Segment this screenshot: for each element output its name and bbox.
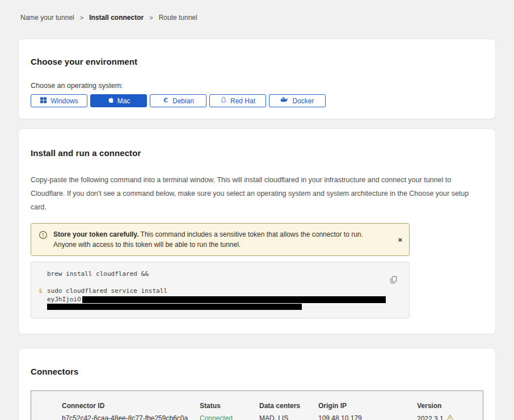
os-button-label: Mac	[117, 97, 130, 105]
shell-prompt: $	[39, 287, 43, 295]
os-button-debian[interactable]: Debian	[150, 94, 207, 107]
warning-title: Store your token carefully.	[53, 230, 139, 238]
install-card-title: Install and run a connector	[31, 148, 483, 158]
install-connector-card: Install and run a connector Copy-paste t…	[18, 128, 496, 334]
alert-circle-icon	[39, 230, 48, 242]
os-select-label: Choose an operating system:	[31, 82, 483, 90]
copy-icon[interactable]	[390, 276, 397, 285]
breadcrumb-step-name-tunnel[interactable]: Name your tunnel	[20, 14, 74, 22]
penguin-icon	[220, 96, 227, 106]
connectors-card-title: Connectors	[31, 367, 483, 376]
column-header-status: Status	[200, 402, 259, 410]
breadcrumb-step-route-tunnel[interactable]: Route tunnel	[159, 14, 197, 22]
code-line-sudo: sudo cloudflared service install	[47, 287, 386, 295]
token-warning-banner: Store your token carefully. This command…	[31, 223, 410, 256]
os-button-label: Windows	[50, 97, 78, 105]
version-number: 2022.3.1	[417, 415, 444, 420]
os-button-label: Docker	[292, 97, 314, 105]
status-badge: Connected	[200, 414, 259, 420]
os-button-windows[interactable]: Windows	[31, 94, 87, 107]
data-centers-value: MAD, LIS	[259, 414, 318, 420]
breadcrumb-separator: >	[149, 14, 153, 21]
apple-icon	[107, 96, 114, 106]
os-button-group: Windows Mac Debian Red Hat	[31, 94, 483, 107]
redacted-token-bar	[47, 304, 302, 310]
code-line-token: eyJhIjoiO	[47, 295, 386, 304]
install-command-code-block[interactable]: brew install cloudflared && $ sudo cloud…	[31, 262, 410, 318]
origin-ip-value: 109.48.10.179	[318, 414, 417, 420]
column-header-data-centers: Data centers	[259, 402, 318, 410]
breadcrumb-separator: >	[80, 14, 83, 21]
warning-triangle-icon[interactable]	[446, 414, 454, 420]
token-prefix: eyJhIjoiO	[47, 296, 81, 303]
breadcrumb: Name your tunnel > Install connector > R…	[0, 0, 514, 22]
close-icon[interactable]: ×	[398, 236, 402, 243]
debian-swirl-icon	[162, 96, 169, 106]
code-line-brew: brew install cloudflared &&	[47, 270, 386, 278]
os-button-label: Red Hat	[230, 97, 255, 105]
warning-text: Store your token carefully. This command…	[53, 229, 402, 250]
column-header-origin-ip: Origin IP	[318, 402, 417, 410]
connector-id-value: b7c52c42-6caa-48ee-8c77-fbe259cb6c0a	[62, 414, 200, 420]
version-value: 2022.3.1	[417, 414, 483, 420]
breadcrumb-step-install-connector[interactable]: Install connector	[89, 14, 144, 22]
column-header-version: Version	[417, 402, 483, 410]
os-button-mac[interactable]: Mac	[90, 94, 147, 107]
connectors-table: Connector ID Status Data centers Origin …	[31, 390, 483, 420]
os-button-docker[interactable]: Docker	[269, 94, 326, 107]
connectors-card: Connectors Connector ID Status Data cent…	[18, 348, 496, 420]
environment-card-title: Choose your environment	[31, 57, 483, 66]
docker-whale-icon	[280, 96, 289, 105]
windows-icon	[40, 96, 47, 106]
tunnel-setup-page: Name your tunnel > Install connector > R…	[0, 0, 514, 420]
install-description: Copy-paste the following command into a …	[31, 173, 483, 214]
os-button-redhat[interactable]: Red Hat	[209, 94, 266, 107]
os-button-label: Debian	[172, 97, 194, 105]
column-header-connector-id: Connector ID	[62, 402, 200, 410]
choose-environment-card: Choose your environment Choose an operat…	[18, 39, 496, 119]
redacted-token-bar	[82, 296, 386, 303]
